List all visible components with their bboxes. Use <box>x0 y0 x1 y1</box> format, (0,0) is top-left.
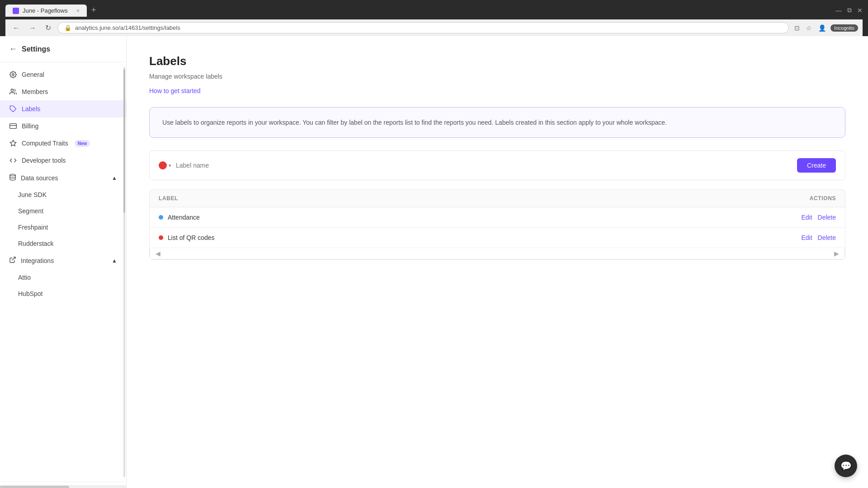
window-close[interactable]: ✕ <box>857 7 863 14</box>
back-button[interactable]: ← <box>10 23 23 33</box>
label-color-dot-attendance <box>159 215 163 220</box>
table-header: LABEL ACTIONS <box>150 190 845 207</box>
url-display: analytics.june.so/a/14631/settings/label… <box>75 24 180 31</box>
chevron-up-icon-integrations: ▲ <box>112 258 117 264</box>
sidebar-label-developer-tools: Developer tools <box>22 157 66 164</box>
sidebar-item-rudderstack[interactable]: Rudderstack <box>0 235 126 252</box>
browser-chrome: June - Pageflows × + — ⧉ ✕ ← → ↻ 🔒 analy… <box>0 0 868 36</box>
sidebar-title: Settings <box>22 45 50 53</box>
table-header-label: LABEL <box>159 195 782 202</box>
chevron-up-icon: ▲ <box>112 175 117 181</box>
page-title: Labels <box>149 54 845 68</box>
browser-toolbar: ← → ↻ 🔒 analytics.june.so/a/14631/settin… <box>5 19 863 36</box>
sidebar-label-members: Members <box>22 88 48 95</box>
sidebar-label-rudderstack: Rudderstack <box>18 240 54 247</box>
new-badge: New <box>75 140 90 147</box>
tab-close-btn[interactable]: × <box>76 8 80 14</box>
sidebar-item-computed-traits[interactable]: Computed Traits New <box>0 135 126 152</box>
sidebar-label-june-sdk: June SDK <box>18 191 47 198</box>
cast-icon[interactable]: ⊡ <box>793 23 802 33</box>
sidebar-label-computed-traits: Computed Traits <box>22 140 68 147</box>
window-restore[interactable]: ⧉ <box>847 6 852 14</box>
sidebar-item-labels[interactable]: Labels <box>0 100 126 117</box>
sidebar-label-billing: Billing <box>22 122 38 130</box>
row-label-attendance: Attendance <box>159 214 782 221</box>
scroll-left-icon[interactable]: ◀ <box>154 250 162 257</box>
browser-tabs: June - Pageflows × + — ⧉ ✕ <box>5 4 863 17</box>
page-subtitle: Manage workspace labels <box>149 73 845 80</box>
sidebar-label-data-sources: Data sources <box>21 174 58 182</box>
app-layout: ← Settings General Members <box>0 36 868 488</box>
svg-line-7 <box>12 257 15 260</box>
gear-icon <box>9 70 17 79</box>
svg-point-0 <box>12 74 14 75</box>
new-tab-button[interactable]: + <box>88 4 100 17</box>
row-actions-qr-codes: Edit Delete <box>782 234 836 241</box>
bookmark-icon[interactable]: ☆ <box>804 23 814 33</box>
sidebar-item-attio[interactable]: Attio <box>0 269 126 286</box>
sidebar-label-hubspot: HubSpot <box>18 290 42 297</box>
sidebar-header: ← Settings <box>0 36 126 62</box>
database-icon <box>9 174 16 182</box>
chat-button[interactable]: 💬 <box>835 455 857 477</box>
sidebar-item-june-sdk[interactable]: June SDK <box>0 187 126 203</box>
tab-title: June - Pageflows <box>23 7 68 14</box>
table-row: Attendance Edit Delete <box>150 207 845 228</box>
sidebar-item-freshpaint[interactable]: Freshpaint <box>0 219 126 235</box>
sidebar-label-segment: Segment <box>18 207 43 215</box>
delete-link-attendance[interactable]: Delete <box>818 214 836 221</box>
plug-icon <box>9 256 16 265</box>
label-name-qr-codes: List of QR codes <box>168 234 215 241</box>
create-button[interactable]: Create <box>797 158 836 173</box>
label-name-attendance: Attendance <box>168 214 200 221</box>
svg-rect-3 <box>10 124 17 129</box>
color-picker[interactable]: ▾ <box>159 161 171 169</box>
sidebar-item-members[interactable]: Members <box>0 83 126 100</box>
label-color-dot-qr <box>159 235 163 240</box>
sidebar-item-billing[interactable]: Billing <box>0 117 126 135</box>
sidebar-item-general[interactable]: General <box>0 66 126 83</box>
sidebar-scrollbar-thumb <box>123 69 125 213</box>
sidebar-item-segment[interactable]: Segment <box>0 203 126 219</box>
tag-icon <box>9 105 17 113</box>
scroll-right-icon[interactable]: ▶ <box>832 250 841 257</box>
profile-icon[interactable]: 👤 <box>816 23 828 33</box>
delete-link-qr-codes[interactable]: Delete <box>818 234 836 241</box>
sidebar-label-freshpaint: Freshpaint <box>18 224 48 231</box>
sidebar-label-labels: Labels <box>22 105 40 113</box>
sidebar-hscroll[interactable] <box>0 485 126 488</box>
help-link[interactable]: How to get started <box>149 87 201 94</box>
edit-link-qr-codes[interactable]: Edit <box>801 234 812 241</box>
label-input-row: ▾ Create <box>149 150 845 180</box>
code-icon <box>9 156 17 164</box>
svg-point-6 <box>10 174 15 176</box>
sidebar: ← Settings General Members <box>0 36 127 488</box>
chat-icon: 💬 <box>840 460 852 471</box>
forward-button[interactable]: → <box>26 23 39 33</box>
svg-point-1 <box>11 89 13 91</box>
table-scroll-bar: ◀ ▶ <box>150 248 845 259</box>
sidebar-item-hubspot[interactable]: HubSpot <box>0 286 126 302</box>
label-name-input[interactable] <box>176 162 793 169</box>
window-minimize[interactable]: — <box>835 7 842 14</box>
incognito-badge: Incognito <box>830 24 858 32</box>
svg-marker-5 <box>10 140 16 146</box>
sidebar-scrollbar[interactable] <box>123 67 125 477</box>
info-text: Use labels to organize reports in your w… <box>162 117 832 127</box>
row-label-qr-codes: List of QR codes <box>159 234 782 241</box>
main-content: Labels Manage workspace labels How to ge… <box>127 36 868 488</box>
sidebar-label-general: General <box>22 71 44 78</box>
address-bar[interactable]: 🔒 analytics.june.so/a/14631/settings/lab… <box>57 22 789 33</box>
refresh-button[interactable]: ↻ <box>42 23 54 33</box>
active-tab[interactable]: June - Pageflows × <box>5 5 87 17</box>
edit-link-attendance[interactable]: Edit <box>801 214 812 221</box>
table-header-actions: ACTIONS <box>782 195 836 202</box>
back-arrow-icon[interactable]: ← <box>9 44 17 54</box>
sidebar-item-integrations[interactable]: Integrations ▲ <box>0 252 126 269</box>
sidebar-item-data-sources[interactable]: Data sources ▲ <box>0 169 126 187</box>
sidebar-nav: General Members Labels <box>0 62 126 305</box>
sidebar-item-developer-tools[interactable]: Developer tools <box>0 152 126 169</box>
color-chevron-icon: ▾ <box>169 163 171 169</box>
sidebar-label-integrations: Integrations <box>21 257 54 264</box>
sidebar-label-attio: Attio <box>18 274 31 281</box>
